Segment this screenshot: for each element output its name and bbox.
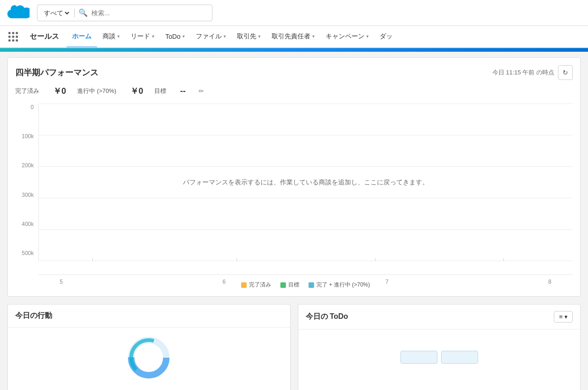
chevron-down-icon: ▾ xyxy=(312,34,315,39)
timestamp-text: 今日 11:15 午前 の時点 xyxy=(492,68,554,77)
today-todo-body xyxy=(298,329,581,385)
nav-item-contacts[interactable]: 取引先責任者 ▾ xyxy=(266,26,320,48)
navbar-items: ホーム 商談 ▾ リード ▾ ToDo ▾ ファイル ▾ 取引先 ▾ 取引先責任… xyxy=(67,26,584,47)
nav-label-contacts: 取引先責任者 xyxy=(272,32,310,41)
main-content: 四半期パフォーマンス 今日 11:15 午前 の時点 ↻ 完了済み ￥0 進行中… xyxy=(0,52,588,390)
todo-filter-button[interactable]: ≡ ▾ xyxy=(554,311,573,323)
activity-circle-svg xyxy=(128,337,170,378)
edit-icon[interactable]: ✏ xyxy=(199,87,204,95)
chevron-down-icon: ▾ xyxy=(258,34,261,39)
todo-filter-controls xyxy=(400,351,478,364)
target-label: 目標 xyxy=(154,87,166,95)
nav-label-todo: ToDo xyxy=(165,33,181,40)
app-switcher-button[interactable] xyxy=(4,27,22,46)
chevron-down-icon: ▾ xyxy=(182,34,185,39)
performance-stats: 完了済み ￥0 進行中 (>70%) ￥0 目標 -- ✏ xyxy=(15,85,573,97)
in-progress-label: 進行中 (>70%) xyxy=(77,87,116,95)
activity-graphic xyxy=(128,337,170,378)
target-value: -- xyxy=(180,86,186,96)
legend-dot-combined xyxy=(309,282,314,288)
gridline-100k xyxy=(39,229,573,230)
performance-card-header: 四半期パフォーマンス 今日 11:15 午前 の時点 ↻ xyxy=(15,65,573,80)
nav-item-home[interactable]: ホーム xyxy=(67,26,97,48)
y-label-100k: 100k xyxy=(15,133,34,140)
today-todo-card: 今日の ToDo ≡ ▾ xyxy=(298,304,581,390)
today-activity-card: 今日の行動 xyxy=(7,304,291,390)
grid-dots-icon xyxy=(8,32,18,42)
salesforce-logo xyxy=(7,5,30,21)
bottom-cards: 今日の行動 今日の ToDo ≡ ▾ xyxy=(7,304,581,390)
search-bar[interactable]: すべて 🔍 xyxy=(37,5,212,21)
search-icon: 🔍 xyxy=(79,8,88,17)
x-tick-5 xyxy=(92,258,93,261)
filter-icon: ≡ xyxy=(559,313,563,320)
legend-dot-target xyxy=(280,282,286,288)
app-name: セールス xyxy=(22,32,67,42)
today-todo-header: 今日の ToDo ≡ ▾ xyxy=(298,305,581,329)
chevron-down-icon: ▾ xyxy=(366,34,369,39)
nav-label-files: ファイル xyxy=(196,32,222,41)
chart-y-labels: 500k 400k 300k 200k 100k 0 xyxy=(15,104,34,261)
performance-chart: 500k 400k 300k 200k 100k 0 パフォーマンスを表示するに… xyxy=(15,104,573,289)
nav-label-leads: リード xyxy=(131,32,150,41)
legend-label-completed: 完了済み xyxy=(249,281,271,289)
nav-label-dash: ダッ xyxy=(380,32,393,41)
gridline-0 xyxy=(39,261,573,261)
page-header-gradient xyxy=(0,48,588,52)
search-input[interactable] xyxy=(91,9,193,17)
chevron-down-icon: ▾ xyxy=(224,34,226,39)
y-label-500k: 500k xyxy=(15,250,34,256)
gridline-500k xyxy=(39,104,573,104)
chart-legend: 完了済み 目標 完了 + 進行中 (>70%) xyxy=(38,281,573,289)
gridline-300k xyxy=(39,166,573,167)
topbar: すべて 🔍 xyxy=(0,0,588,26)
performance-timestamp: 今日 11:15 午前 の時点 ↻ xyxy=(492,65,573,80)
y-label-400k: 400k xyxy=(15,221,34,227)
nav-item-deals[interactable]: 商談 ▾ xyxy=(97,26,125,48)
search-divider xyxy=(74,8,75,18)
performance-card: 四半期パフォーマンス 今日 11:15 午前 の時点 ↻ 完了済み ￥0 進行中… xyxy=(7,57,581,297)
refresh-button[interactable]: ↻ xyxy=(558,65,573,80)
today-activity-header: 今日の行動 xyxy=(8,305,290,328)
nav-label-home: ホーム xyxy=(72,32,91,41)
search-scope-select[interactable]: すべて xyxy=(42,9,71,17)
today-activity-body xyxy=(8,328,290,388)
legend-label-target: 目標 xyxy=(288,281,299,289)
completed-label: 完了済み xyxy=(15,87,39,95)
nav-item-dash[interactable]: ダッ xyxy=(374,26,398,48)
chart-x-axis xyxy=(38,274,573,275)
completed-value: ￥0 xyxy=(53,85,66,97)
x-tick-6 xyxy=(236,258,237,261)
legend-dot-completed xyxy=(241,282,247,288)
y-label-0: 0 xyxy=(15,104,34,110)
x-tick-8 xyxy=(503,258,504,261)
nav-item-campaigns[interactable]: キャンペーン ▾ xyxy=(320,26,374,48)
nav-item-leads[interactable]: リード ▾ xyxy=(125,26,160,48)
nav-item-files[interactable]: ファイル ▾ xyxy=(190,26,231,48)
navbar: セールス ホーム 商談 ▾ リード ▾ ToDo ▾ ファイル ▾ 取引先 ▾ … xyxy=(0,26,588,48)
today-todo-title: 今日の ToDo xyxy=(306,312,348,322)
y-label-300k: 300k xyxy=(15,192,34,198)
todo-filter-chip-2 xyxy=(441,351,478,364)
nav-item-todo[interactable]: ToDo ▾ xyxy=(160,26,190,48)
nav-item-accounts[interactable]: 取引先 ▾ xyxy=(231,26,266,48)
chart-empty-message: パフォーマンスを表示するには、作業している商談を追加し、ここに戻ってきます。 xyxy=(183,178,429,187)
performance-title: 四半期パフォーマンス xyxy=(15,67,98,78)
todo-filter-chip-1 xyxy=(400,351,437,364)
legend-combined: 完了 + 進行中 (>70%) xyxy=(309,281,370,289)
chart-plot-area: パフォーマンスを表示するには、作業している商談を追加し、ここに戻ってきます。 xyxy=(38,104,573,261)
chevron-down-icon: ▾ xyxy=(152,34,154,39)
nav-label-campaigns: キャンペーン xyxy=(326,32,364,41)
legend-completed: 完了済み xyxy=(241,281,271,289)
gridline-200k xyxy=(39,198,573,198)
today-activity-title: 今日の行動 xyxy=(15,311,52,321)
nav-label-deals: 商談 xyxy=(103,32,115,41)
gridline-400k xyxy=(39,135,573,135)
chevron-down-icon: ▾ xyxy=(564,313,568,320)
legend-label-combined: 完了 + 進行中 (>70%) xyxy=(316,281,370,289)
legend-target: 目標 xyxy=(280,281,299,289)
x-tick-7 xyxy=(375,258,376,261)
y-label-200k: 200k xyxy=(15,162,34,169)
refresh-icon: ↻ xyxy=(563,69,568,76)
nav-label-accounts: 取引先 xyxy=(237,32,256,41)
